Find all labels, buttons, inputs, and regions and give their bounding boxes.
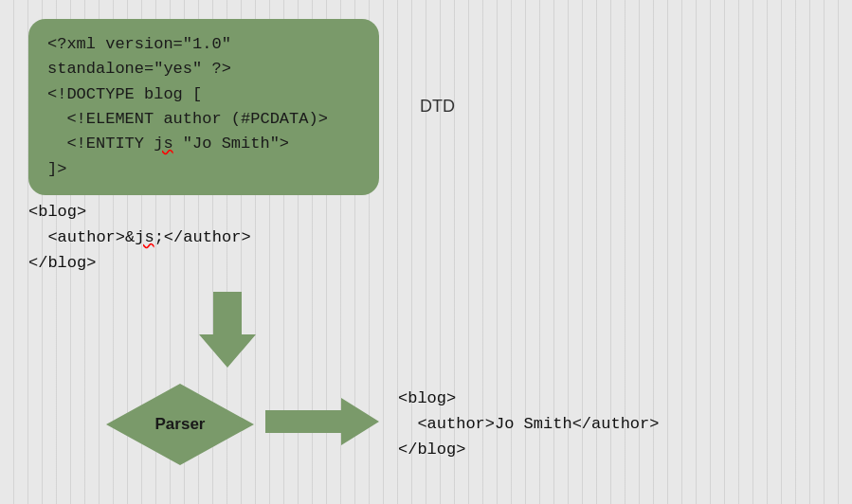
input-xml: <blog> <author>&js;</author> </blog> [28, 199, 824, 277]
arrow-right-icon [265, 393, 379, 450]
svg-marker-2 [265, 398, 379, 445]
output-author-line: <author>Jo Smith</author> [398, 415, 659, 433]
parser-label: Parser [155, 415, 206, 434]
input-blog-close: </blog> [28, 254, 96, 272]
input-author-line: <author>&js;</author> [28, 228, 251, 246]
doctype-line: <!DOCTYPE blog [ [47, 85, 202, 103]
entity-ref: js [135, 228, 154, 246]
doctype-close: ]> [47, 160, 66, 178]
svg-marker-0 [199, 292, 256, 368]
output-xml: <blog> <author>Jo Smith</author> </blog> [398, 386, 659, 463]
main-content: <?xml version="1.0" standalone="yes" ?> … [0, 0, 852, 486]
bottom-row: Parser <blog> <author>Jo Smith</author> … [104, 382, 824, 467]
xml-declaration: <?xml version="1.0" standalone="yes" ?> [47, 35, 231, 78]
arrow-down-container [199, 292, 256, 372]
dtd-box: <?xml version="1.0" standalone="yes" ?> … [28, 19, 379, 195]
parser-diamond: Parser [104, 382, 256, 467]
dtd-label: DTD [420, 94, 455, 120]
entity-decl: <!ENTITY js "Jo Smith"> [47, 135, 289, 153]
element-decl: <!ELEMENT author (#PCDATA)> [47, 110, 328, 128]
input-blog-open: <blog> [28, 203, 86, 221]
arrow-right-container [265, 393, 379, 455]
entity-name: js [154, 135, 172, 153]
output-blog-close: </blog> [398, 441, 465, 459]
output-blog-open: <blog> [398, 389, 456, 407]
arrow-down-icon [199, 292, 256, 368]
